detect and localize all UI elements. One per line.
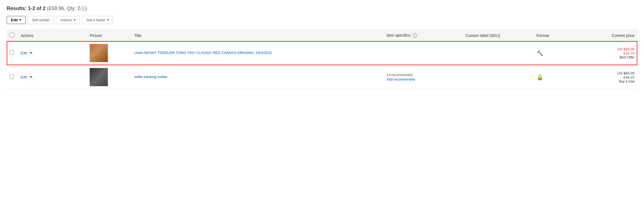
row-dropdown-button[interactable] bbox=[28, 50, 34, 56]
custom-label-cell bbox=[463, 41, 534, 65]
chevron-down-icon bbox=[19, 19, 22, 21]
results-header: Results: 1-2 of 2 (£58.96, Qty: 2i) bbox=[7, 6, 637, 11]
header-title: Title bbox=[131, 30, 384, 41]
sell-faster-button[interactable]: Sell it faster bbox=[82, 16, 113, 24]
select-all-checkbox[interactable] bbox=[9, 33, 14, 37]
item-specifics-info-icon[interactable]: i bbox=[413, 33, 417, 38]
table-row: Edit Used INFANT TODDLER TOMS TINY CLASS… bbox=[7, 41, 637, 65]
chevron-down-icon bbox=[107, 19, 109, 21]
price-cell: US $20.00 £14.74 Best Offer bbox=[573, 41, 637, 65]
price-usd: US $60.00 bbox=[576, 71, 635, 75]
price-gbp: £44.22 bbox=[576, 75, 635, 79]
add-recommended-link[interactable]: Add recommended bbox=[387, 78, 415, 81]
price-gbp: £14.74 bbox=[576, 51, 635, 55]
row-actions: Edit bbox=[21, 74, 84, 80]
toolbar: Edit Sell similar Actions Sell it faster bbox=[7, 16, 637, 24]
row-actions: Edit bbox=[21, 50, 84, 56]
header-current-price: Current price bbox=[573, 30, 637, 41]
sell-similar-label: Sell similar bbox=[32, 18, 50, 22]
chevron-down-icon bbox=[30, 52, 32, 54]
item-image bbox=[90, 68, 108, 86]
sell-faster-label: Sell it faster bbox=[86, 18, 105, 22]
row-edit-link[interactable]: Edit bbox=[21, 51, 27, 55]
item-image bbox=[90, 44, 108, 62]
edit-button[interactable]: Edit bbox=[7, 16, 26, 24]
row-edit-link[interactable]: Edit bbox=[21, 75, 27, 79]
header-picture: Picture bbox=[87, 30, 131, 41]
item-specifics-text: 14 recommended bbox=[387, 73, 460, 77]
chevron-down-icon bbox=[73, 19, 76, 21]
table-header-row: Actions Picture Title Item specifics i C… bbox=[7, 30, 637, 41]
actions-label: Actions bbox=[60, 18, 72, 22]
row-checkbox[interactable] bbox=[9, 50, 14, 55]
header-format: Format bbox=[534, 30, 573, 41]
price-usd: US $20.00 bbox=[576, 47, 635, 51]
item-title-link[interactable]: selfie tracking holder bbox=[134, 75, 167, 79]
chevron-down-icon bbox=[30, 76, 32, 78]
row-dropdown-button[interactable] bbox=[28, 74, 34, 80]
header-item-specifics: Item specifics i bbox=[384, 30, 463, 41]
price-buynow: Buy it now bbox=[576, 79, 635, 83]
info-icon[interactable]: i bbox=[81, 6, 85, 11]
header-checkbox-col bbox=[7, 30, 18, 41]
results-amount: (£58.96, Qty: 2i) bbox=[47, 6, 87, 11]
listings-table: Actions Picture Title Item specifics i C… bbox=[7, 30, 637, 89]
price-cell: US $60.00 £44.22 Buy it now bbox=[573, 65, 637, 89]
item-title-link[interactable]: Used INFANT TODDLER TOMS TINY CLASSIC RE… bbox=[134, 51, 272, 55]
header-custom-label: Custom label (SKU) bbox=[463, 30, 534, 41]
header-actions: Actions bbox=[18, 30, 87, 41]
edit-label: Edit bbox=[11, 18, 18, 22]
sell-similar-button[interactable]: Sell similar bbox=[28, 16, 54, 24]
row-checkbox[interactable] bbox=[9, 74, 14, 79]
results-label: Results: 1-2 of 2 bbox=[7, 6, 46, 11]
format-icon: 🔨 bbox=[536, 50, 543, 56]
format-icon: 🔒 bbox=[536, 74, 543, 80]
table-row: Edit selfie tracking holder 14 recommend… bbox=[7, 65, 637, 89]
custom-label-cell bbox=[463, 65, 534, 89]
actions-button[interactable]: Actions bbox=[56, 16, 80, 24]
price-offer: Best Offer bbox=[576, 55, 635, 59]
